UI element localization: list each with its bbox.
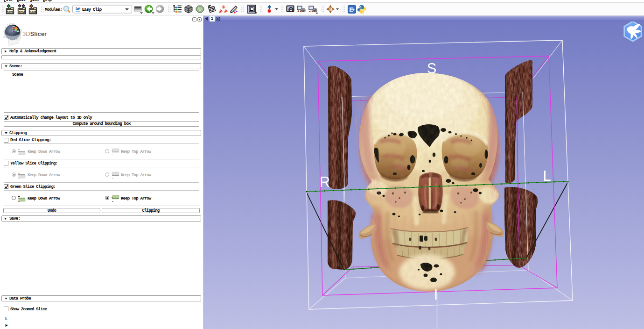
svg-text:S: S [427, 60, 437, 77]
svg-text:R: R [320, 174, 330, 190]
svg-text:-: - [112, 199, 114, 202]
svg-text:Easy Clip: Easy Clip [82, 7, 102, 12]
svg-text:-: - [18, 199, 20, 202]
svg-text:DCM: DCM [19, 11, 25, 14]
svg-text:Modules:: Modules: [45, 7, 62, 12]
svg-text:-: - [112, 152, 114, 156]
svg-text:SAVE: SAVE [30, 11, 36, 14]
svg-text:L: L [543, 168, 551, 184]
svg-text:-: - [18, 176, 20, 179]
svg-text:-: - [112, 176, 114, 179]
svg-text:-: - [18, 152, 20, 156]
svg-text:DATA: DATA [7, 11, 14, 14]
